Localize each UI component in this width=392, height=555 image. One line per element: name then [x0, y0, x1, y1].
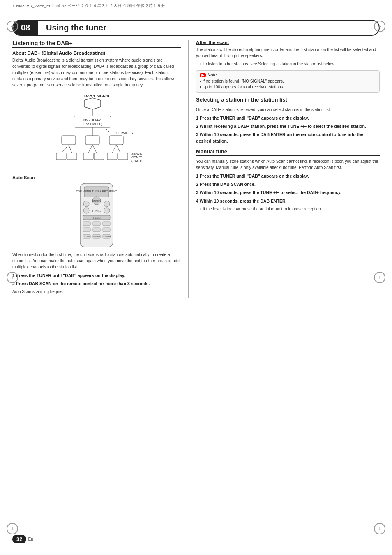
header-text: X-HM32VD_VXE8_En.book 32 ページ ２０１４年３月２８日 …	[12, 3, 165, 9]
manual-tune-intro: You can manually store stations which Au…	[196, 158, 380, 171]
dab-signal-label: DAB + SIGNAL	[84, 94, 111, 98]
svg-rect-23	[118, 153, 128, 160]
header-strip: X-HM32VD_VXE8_En.book 32 ページ ２０１４年３月２８日 …	[0, 0, 392, 12]
note-item-1: If no station is found, "NO SIGNAL" appe…	[200, 79, 376, 84]
auto-scan-label: Auto Scan	[12, 175, 181, 180]
note-box: ▶ Note If no station is found, "NO SIGNA…	[196, 70, 380, 92]
svg-text:COMPONENTS: COMPONENTS	[131, 155, 142, 159]
svg-rect-18	[56, 153, 66, 160]
svg-marker-0	[84, 98, 101, 109]
chapter-header: 08 Using the tuner	[12, 20, 380, 36]
svg-point-33	[104, 201, 110, 207]
svg-point-35	[104, 208, 110, 213]
page-number: 32	[12, 535, 26, 543]
station-step1: 1 Press the TUNER until "DAB" appears on…	[196, 115, 380, 121]
dab-signal-diagram: DAB + SIGNAL MULTIPLEX (ENSEMBLE) SERVIC…	[12, 92, 181, 170]
after-scan-bullet: To listen to other stations, see Selecti…	[200, 61, 380, 67]
note-icon: ▶	[200, 73, 206, 77]
intro-paragraph: Digital Audio Broadcasting is a digital …	[12, 57, 181, 88]
svg-point-30	[83, 201, 89, 207]
svg-text:MULTIPLEX: MULTIPLEX	[83, 118, 102, 122]
corner-tr-decoration	[374, 21, 385, 32]
after-scan-title: After the scan:	[196, 40, 380, 45]
page-footer: 32 En	[12, 535, 33, 543]
svg-text:ENTER: ENTER	[92, 200, 101, 202]
svg-rect-42	[83, 228, 90, 232]
left-step2-sub: Auto Scan scanning begins.	[12, 289, 181, 295]
right-column: After the scan: The stations will be sto…	[189, 40, 380, 298]
svg-rect-20	[83, 153, 93, 160]
svg-text:SERVICES: SERVICES	[131, 152, 142, 155]
note-item-2: Up to 100 appears for total received sta…	[200, 84, 376, 90]
svg-text:SCAN: SCAN	[83, 235, 90, 238]
svg-line-7	[105, 127, 113, 136]
svg-rect-44	[103, 228, 110, 232]
corner-tl-decoration	[7, 21, 18, 32]
svg-rect-40	[93, 222, 100, 226]
corner-bl-decoration	[7, 523, 18, 534]
svg-rect-21	[94, 153, 104, 160]
station-step3: 3 Within 10 seconds, press the DAB ENTER…	[196, 132, 380, 144]
after-scan-text: The stations will be stored in alphanume…	[196, 46, 380, 59]
page-lang: En	[28, 537, 33, 541]
note-title: ▶ Note	[200, 73, 376, 77]
corner-midl-decoration	[7, 272, 18, 283]
left-step1: 1 Press the TUNER until "DAB" appears on…	[12, 273, 181, 279]
svg-rect-43	[93, 228, 100, 232]
svg-text:ENTER: ENTER	[93, 235, 101, 238]
remote-control-svg: TOP MENU TUNE+ RETURN/Q ENTER TUNE– PRES…	[74, 183, 119, 248]
left-step2-bold: 2 Press DAB SCAN on the remote control f…	[12, 281, 181, 287]
svg-line-16	[112, 145, 116, 153]
svg-line-12	[62, 145, 69, 153]
station-step2: 2 Whilst receiving a DAB+ station, press…	[196, 123, 380, 130]
svg-line-14	[88, 145, 92, 153]
svg-rect-41	[103, 222, 110, 226]
corner-br-decoration	[374, 523, 385, 534]
left-column: Listening to the DAB+ About DAB+ (Digita…	[12, 40, 189, 298]
svg-rect-10	[85, 136, 99, 145]
listening-section-title: Listening to the DAB+	[12, 40, 181, 48]
svg-rect-39	[83, 222, 90, 226]
svg-line-17	[116, 145, 120, 153]
manual-bullet: If the level is too low, move the aerial…	[200, 206, 380, 212]
svg-text:(ENSEMBLE): (ENSEMBLE)	[83, 122, 103, 126]
two-col-layout: Listening to the DAB+ About DAB+ (Digita…	[0, 40, 392, 298]
svg-text:(STATIONS): (STATIONS)	[131, 159, 142, 163]
about-dab-title: About DAB+ (Digital Audio Broadcasting)	[12, 51, 181, 56]
svg-line-15	[92, 145, 97, 153]
auto-scan-text: When turned on for the first time, the u…	[12, 252, 181, 270]
svg-line-5	[72, 127, 80, 136]
dab-signal-svg: DAB + SIGNAL MULTIPLEX (ENSEMBLE) SERVIC…	[51, 92, 142, 170]
svg-rect-9	[62, 136, 76, 145]
svg-text:PRESET: PRESET	[92, 217, 101, 219]
manual-step3: 3 Within 10 seconds, press the TUNE +/– …	[196, 190, 380, 196]
svg-text:TOP MENU    TUNE+    RETURN/Q: TOP MENU TUNE+ RETURN/Q	[76, 190, 118, 193]
svg-line-13	[69, 145, 72, 153]
svg-point-34	[83, 208, 89, 213]
station-list-intro: Once a DAB+ station is received, you can…	[196, 106, 380, 113]
manual-tune-section-title: Manual tune	[196, 148, 380, 156]
svg-text:TUNE–: TUNE–	[92, 210, 101, 213]
manual-step2: 2 Press the DAB SCAN once.	[196, 181, 380, 187]
station-list-section-title: Selecting a station in the station list	[196, 97, 380, 104]
chapter-title: Using the tuner	[38, 21, 115, 35]
manual-step4: 4 Within 10 seconds, press the DAB ENTER…	[196, 198, 380, 204]
svg-text:SERVICES: SERVICES	[116, 131, 133, 135]
svg-text:DISPLAY: DISPLAY	[102, 235, 111, 238]
manual-step1: 1 Press the TUNER until "DAB" appears on…	[196, 173, 380, 179]
corner-midr-decoration	[374, 272, 385, 283]
svg-rect-19	[67, 153, 77, 160]
svg-rect-11	[109, 136, 123, 145]
svg-rect-22	[107, 153, 117, 160]
